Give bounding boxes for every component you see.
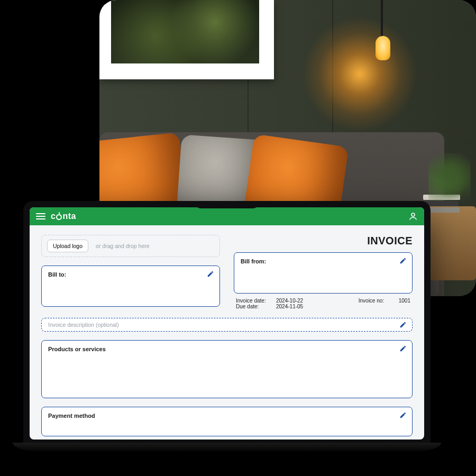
payment-method-card[interactable]: Payment method <box>41 407 413 436</box>
products-label: Products or services <box>48 346 406 352</box>
upload-hint-text: or drag and drop here <box>96 243 150 249</box>
bill-from-card[interactable]: Bill from: <box>234 252 413 294</box>
pencil-icon[interactable] <box>399 411 407 419</box>
invoice-no-value: 1001 <box>399 298 410 304</box>
invoice-description-input[interactable]: Invoice description (optional) <box>41 318 413 332</box>
brand-text-pre: c <box>51 212 56 221</box>
invoice-title: INVOICE <box>234 235 413 247</box>
due-date-label: Due date: <box>236 304 271 309</box>
app-header: c nta <box>30 207 424 225</box>
brand-logo[interactable]: c nta <box>51 212 76 221</box>
invoice-page: Upload logo or drag and drop here Bill t… <box>30 225 424 440</box>
user-profile-icon[interactable] <box>408 212 418 221</box>
pencil-icon[interactable] <box>399 257 407 264</box>
description-placeholder: Invoice description (optional) <box>48 322 119 328</box>
bill-from-label: Bill from: <box>241 258 406 264</box>
pencil-icon[interactable] <box>207 270 214 278</box>
laptop-mockup: c nta Upload logo or drag a <box>23 201 431 452</box>
invoice-no-label: Invoice no: <box>359 298 393 304</box>
invoice-date-label: Invoice date: <box>236 298 271 304</box>
app-screen: c nta Upload logo or drag a <box>30 207 424 440</box>
bill-to-card[interactable]: Bill to: <box>41 266 220 307</box>
svg-point-0 <box>411 213 415 216</box>
hamburger-menu-icon[interactable] <box>36 212 45 221</box>
pencil-icon[interactable] <box>399 321 407 328</box>
pencil-icon[interactable] <box>399 345 407 352</box>
products-services-card[interactable]: Products or services <box>41 340 413 398</box>
invoice-date-value: 2024-10-22 <box>276 298 303 304</box>
upload-logo-button[interactable]: Upload logo <box>47 240 88 252</box>
brand-logo-o-icon <box>56 214 62 220</box>
due-date-value: 2024-11-05 <box>276 304 303 309</box>
invoice-meta: Invoice date: 2024-10-22 Due date: 2024-… <box>234 298 413 309</box>
payment-method-label: Payment method <box>48 413 406 419</box>
bill-to-label: Bill to: <box>48 271 213 278</box>
brand-text-post: nta <box>62 212 76 221</box>
laptop-notch <box>195 201 259 208</box>
laptop-base <box>13 443 441 452</box>
upload-logo-area[interactable]: Upload logo or drag and drop here <box>41 235 220 257</box>
